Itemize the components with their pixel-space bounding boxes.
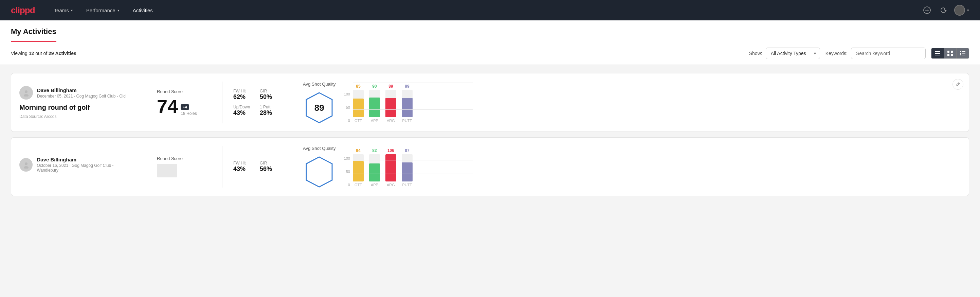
user-date-2: October 16, 2021 · Gog Magog Golf Club -… (37, 163, 135, 172)
svg-point-18 (24, 94, 29, 96)
score-holes: 18 Holes (181, 111, 197, 116)
user-name-2: Dave Billingham (37, 156, 135, 163)
activity-card-2: Dave Billingham October 16, 2021 · Gog M… (11, 137, 969, 196)
score-row-2 (157, 164, 211, 177)
hexagon: 89 (305, 92, 333, 123)
nav-item-activities[interactable]: Activities (127, 5, 158, 16)
user-avatar (19, 86, 33, 99)
chart-col-app: 90 APP (369, 84, 380, 123)
score-row: 74 +4 18 Holes (157, 97, 211, 116)
user-row-2: Dave Billingham October 16, 2021 · Gog M… (19, 156, 135, 172)
card-divider-2 (222, 81, 223, 123)
chart-col-arg: 89 ARG (385, 84, 396, 123)
view-list-compact-button[interactable] (931, 48, 944, 59)
round-score-section: Round Score 74 +4 18 Holes (157, 89, 211, 116)
svg-rect-13 (962, 53, 966, 54)
stat-updown: Up/Down 43% (233, 105, 255, 117)
teams-chevron-icon: ▾ (71, 8, 73, 12)
arg-bar-fill (385, 98, 396, 117)
navbar: clippd Teams ▾ Performance ▾ Activities (0, 0, 980, 21)
chart-bars-area: 85 OTT 90 (353, 83, 473, 123)
show-label: Show: (749, 51, 762, 56)
activity-type-filter: Show: All Activity Types (749, 48, 820, 59)
round-score-label: Round Score (157, 89, 211, 94)
stats-section: FW Hit 62% GIR 50% Up/Down 43% 1 Putt 28… (233, 89, 281, 117)
svg-rect-5 (935, 55, 940, 55)
chart-col-putt: 89 PUTT (402, 84, 412, 123)
hexagon-2 (305, 156, 333, 188)
putt-bar-wrapper (402, 90, 412, 117)
app-logo[interactable]: clippd (11, 5, 35, 16)
chart-bars-area-2: 94 OTT 82 APP (353, 147, 473, 187)
card-divider-2c (292, 146, 292, 188)
score-number: 74 (157, 97, 178, 116)
refresh-icon[interactable] (938, 5, 949, 16)
activities-list: Dave Billingham December 05, 2021 · Gog … (0, 65, 980, 204)
view-toggle-group (931, 48, 969, 59)
activity-type-select[interactable]: All Activity Types (766, 48, 820, 59)
activity-title: Morning round of golf (19, 104, 135, 112)
filter-row: Viewing 12 out of 29 Activities Show: Al… (0, 42, 980, 65)
chart-container-2: 100 50 0 94 (344, 147, 473, 187)
app-bar-fill (369, 97, 380, 117)
svg-line-16 (958, 83, 959, 84)
chart-col-app-2: 82 APP (369, 148, 380, 187)
user-name: Dave Billingham (37, 87, 126, 93)
keywords-input[interactable] (851, 48, 926, 59)
svg-point-21 (24, 166, 29, 169)
user-info: Dave Billingham December 05, 2021 · Gog … (37, 87, 126, 99)
svg-rect-3 (935, 51, 940, 52)
edit-button[interactable] (953, 79, 963, 90)
nav-item-performance[interactable]: Performance ▾ (81, 5, 125, 16)
ott-bar-fill (353, 99, 364, 117)
bar-chart: 100 50 0 85 (344, 83, 473, 123)
svg-rect-15 (962, 55, 966, 55)
svg-rect-8 (947, 54, 950, 56)
svg-rect-9 (951, 54, 953, 56)
chart-col-putt-2: 87 PUTT (402, 148, 412, 187)
navbar-right: ▾ (921, 5, 969, 16)
card-left: Dave Billingham December 05, 2021 · Gog … (19, 86, 135, 119)
chart-container: 100 50 0 85 (344, 83, 473, 123)
chart-columns: 85 OTT 90 (353, 83, 473, 123)
svg-rect-4 (935, 53, 940, 54)
arg-bar-wrapper (385, 90, 396, 117)
nav-links: Teams ▾ Performance ▾ Activities (49, 5, 921, 16)
card-divider-2a (146, 146, 146, 188)
stats-section-2: FW Hit 43% GIR 56% (233, 161, 281, 172)
user-date: December 05, 2021 · Gog Magog Golf Club … (37, 94, 126, 99)
avg-shot-quality-label-2: Avg Shot Quality (303, 146, 336, 151)
avatar (954, 5, 965, 16)
svg-point-17 (25, 90, 27, 93)
quality-label-col-2: Avg Shot Quality (303, 146, 336, 188)
hexagon-container-2 (305, 156, 333, 188)
user-menu-button[interactable]: ▾ (954, 5, 969, 16)
stat-fw-hit: FW Hit 62% (233, 89, 255, 101)
bar-chart-2: 100 50 0 94 (344, 147, 473, 187)
page-header: My Activities (0, 21, 980, 42)
add-icon[interactable] (921, 5, 932, 16)
score-badge: +4 (181, 104, 189, 110)
nav-item-teams[interactable]: Teams ▾ (49, 5, 78, 16)
putt-bar-fill (402, 98, 412, 117)
card-divider (146, 81, 146, 123)
ott-bar-wrapper (353, 90, 364, 117)
chart-col-ott: 85 OTT (353, 84, 364, 123)
view-list-detail-button[interactable] (956, 48, 969, 59)
svg-point-20 (25, 163, 27, 165)
view-grid-button[interactable] (944, 48, 956, 59)
user-avatar-2 (19, 158, 33, 172)
performance-chevron-icon: ▾ (118, 8, 119, 12)
score-placeholder (157, 164, 177, 177)
user-row: Dave Billingham December 05, 2021 · Gog … (19, 86, 135, 99)
keywords-filter: Keywords: (826, 48, 926, 59)
svg-rect-11 (962, 51, 966, 52)
activity-type-select-wrapper: All Activity Types (766, 48, 820, 59)
chart-y-labels-2: 100 50 0 (344, 156, 350, 187)
data-source: Data Source: Arccos (19, 114, 135, 119)
svg-rect-6 (947, 51, 950, 53)
chart-col-ott-2: 94 OTT (353, 148, 364, 187)
viewing-count-text: Viewing 12 out of 29 Activities (11, 51, 744, 56)
chart-col-arg-2: 106 ARG (385, 148, 396, 187)
score-badge-col: +4 18 Holes (181, 104, 197, 116)
